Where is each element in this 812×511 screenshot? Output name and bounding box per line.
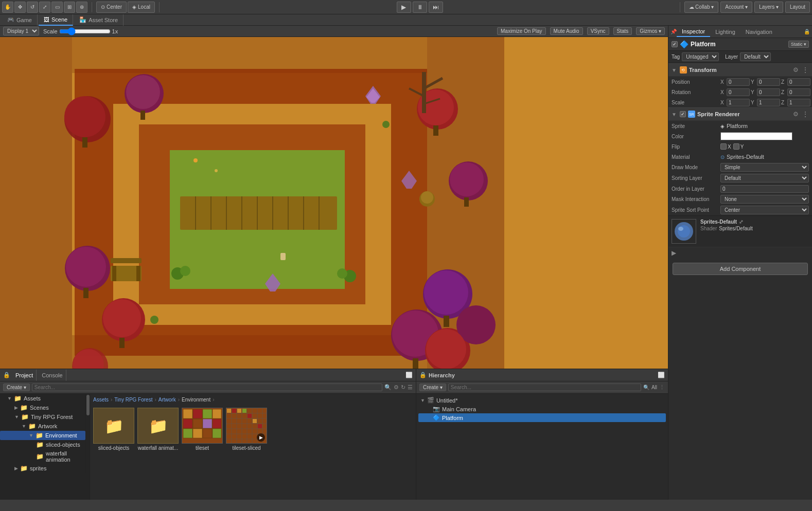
tree-item-environment[interactable]: ▼ 📁 Environment: [0, 431, 85, 440]
create-button[interactable]: Create ▾: [3, 384, 30, 391]
tree-item-sprites[interactable]: ▶ 📁 sprites: [0, 464, 85, 473]
scale-z-input[interactable]: [787, 99, 810, 106]
display-select[interactable]: Display 1: [3, 27, 39, 35]
display-selector: Display 1: [3, 27, 39, 35]
pos-z-input[interactable]: [787, 78, 810, 86]
sprite-sort-point-select[interactable]: Center: [720, 206, 809, 214]
material-section-arrow[interactable]: ▶: [668, 247, 812, 259]
main-toolbar: ✋ ✥ ↺ ⤢ ▭ ⊞ ⊛ ⊙ Center ◈ Local ▶ ⏸ ⏭ ☁ C…: [0, 0, 812, 14]
layers-button[interactable]: Layers ▾: [754, 2, 783, 13]
maximize-button[interactable]: Maximize On Play: [497, 27, 546, 35]
draw-mode-select[interactable]: Simple: [720, 163, 809, 172]
tab-console[interactable]: Console: [39, 370, 66, 381]
transform-component-header[interactable]: ▼ ⟲ Transform ⚙ ⋮: [668, 63, 812, 77]
sorting-layer-select[interactable]: Default: [720, 174, 809, 182]
tileset-sliced-play-icon[interactable]: ▶: [257, 433, 265, 442]
tab-asset-store[interactable]: 🏪 Asset Store: [74, 14, 123, 26]
tab-game[interactable]: 🎮 Game: [2, 14, 38, 26]
hier-item-camera[interactable]: 📷 Main Camera: [418, 405, 666, 413]
tab-project[interactable]: Project: [12, 370, 37, 381]
rot-x-input[interactable]: [727, 88, 750, 96]
move-tool-icon[interactable]: ✥: [14, 2, 26, 13]
tab-lighting[interactable]: Lighting: [710, 27, 740, 36]
scale-slider[interactable]: [59, 27, 111, 35]
hand-tool-icon[interactable]: ✋: [2, 2, 13, 13]
bc-tinyrpg[interactable]: Tiny RPG Forest: [114, 397, 152, 403]
pos-z-group: Z: [781, 78, 810, 86]
svg-rect-76: [193, 409, 202, 418]
layout-button[interactable]: Layout: [785, 2, 810, 13]
tree-item-tinyrpg[interactable]: ▼ 📁 Tiny RPG Forest: [0, 412, 85, 422]
stats-button[interactable]: Stats: [613, 27, 632, 35]
project-search-input[interactable]: [32, 384, 382, 391]
tree-item-scenes[interactable]: ▶ 📁 Scenes: [0, 403, 85, 412]
gizmos-button[interactable]: Gizmos ▾: [636, 27, 665, 35]
custom-tool-icon[interactable]: ⊛: [76, 2, 87, 13]
asset-sliced-objects[interactable]: 📁 sliced-objects: [93, 408, 134, 451]
rot-y-input[interactable]: [757, 88, 780, 96]
tab-scene[interactable]: 🖼 Scene: [39, 14, 73, 26]
sorting-layer-label: Sorting Layer: [672, 175, 720, 181]
tab-navigation[interactable]: Navigation: [740, 27, 778, 36]
color-swatch[interactable]: [720, 132, 792, 140]
pause-button[interactable]: ⏸: [413, 2, 427, 13]
add-component-button[interactable]: Add Component: [673, 263, 808, 275]
tree-item-assets[interactable]: ▼ 📁 Assets: [0, 394, 85, 403]
collab-button[interactable]: ☁ Collab ▾: [684, 2, 718, 13]
scale-y-input[interactable]: [757, 99, 780, 106]
step-button[interactable]: ⏭: [429, 2, 443, 13]
flip-x-checkbox[interactable]: [720, 143, 727, 150]
bc-assets[interactable]: Assets: [93, 397, 109, 403]
asset-tileset[interactable]: ▶ tileset: [182, 408, 223, 451]
hier-item-platform[interactable]: 🔷 Platform: [418, 413, 666, 422]
flip-value: X Y: [720, 143, 809, 150]
local-button[interactable]: ◈ Local: [128, 2, 155, 13]
material-preview-info: Sprites-Default ⤢ Shader Sprites/Default: [700, 219, 809, 231]
bc-environment[interactable]: Environment: [182, 397, 210, 403]
hier-item-untitled[interactable]: ▼ 🎬 Untitled*: [418, 396, 666, 405]
tree-scrollbar[interactable]: [85, 394, 90, 473]
sprite-renderer-header[interactable]: ▼ SR Sprite Renderer ⚙ ⋮: [668, 107, 812, 121]
scale-x-input[interactable]: [727, 99, 750, 106]
transform-more-icon[interactable]: ⋮: [802, 66, 809, 74]
scale-control: Scale 1x: [43, 27, 118, 35]
pos-y-input[interactable]: [757, 78, 780, 86]
static-badge[interactable]: Static ▾: [788, 41, 809, 48]
scale-tool-icon[interactable]: ⤢: [39, 2, 50, 13]
tag-select[interactable]: Untagged: [682, 52, 719, 61]
pos-x-input[interactable]: [727, 78, 750, 86]
sprite-renderer-more-icon[interactable]: ⋮: [802, 110, 809, 118]
sprite-renderer-settings-icon[interactable]: ⚙: [793, 111, 799, 118]
tree-item-sliced[interactable]: 📁 sliced-objects: [0, 440, 85, 449]
transform-settings-icon[interactable]: ⚙: [793, 66, 799, 74]
rot-z-input[interactable]: [787, 88, 810, 96]
tree-scrollbar-thumb[interactable]: [86, 395, 90, 415]
svg-rect-4: [72, 37, 427, 73]
sprite-renderer-active-checkbox[interactable]: [680, 111, 686, 117]
material-expand-icon[interactable]: ⤢: [739, 219, 743, 225]
vsync-button[interactable]: VSync: [587, 27, 609, 35]
hierarchy-create-button[interactable]: Create ▾: [419, 384, 446, 391]
mask-interaction-select[interactable]: None: [720, 195, 809, 204]
asset-waterfall[interactable]: 📁 waterfall animat...: [137, 408, 179, 451]
center-button[interactable]: ⊙ Center: [96, 2, 127, 13]
rect-tool-icon[interactable]: ▭: [51, 2, 63, 13]
order-in-layer-input[interactable]: [720, 185, 809, 193]
flip-y-checkbox[interactable]: [733, 143, 739, 150]
lock-insp-icon[interactable]: 🔒: [802, 27, 812, 36]
mute-audio-button[interactable]: Mute Audio: [550, 27, 583, 35]
layer-select[interactable]: Default: [740, 52, 771, 61]
tree-item-artwork[interactable]: ▼ 📁 Artwork: [0, 422, 85, 431]
object-active-checkbox[interactable]: [672, 41, 678, 47]
tab-inspector[interactable]: Inspector: [677, 27, 710, 37]
svg-rect-41: [444, 316, 449, 327]
rotate-tool-icon[interactable]: ↺: [27, 2, 38, 13]
transform-tool-icon[interactable]: ⊞: [64, 2, 75, 13]
hierarchy-search-input[interactable]: [448, 384, 641, 391]
bc-artwork[interactable]: Artwork: [158, 397, 176, 403]
play-button[interactable]: ▶: [397, 2, 411, 13]
asset-tileset-sliced[interactable]: ▶ tileset-sliced: [226, 408, 267, 451]
tree-item-waterfall[interactable]: 📁 waterfall animation: [0, 449, 85, 464]
account-button[interactable]: Account ▾: [720, 2, 752, 13]
svg-rect-105: [248, 414, 252, 418]
